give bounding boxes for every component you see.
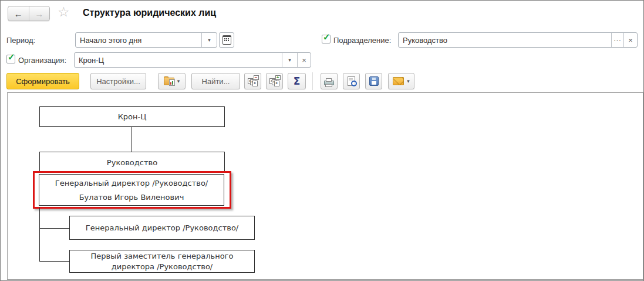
period-calendar-button[interactable]	[219, 32, 234, 48]
expand-groups-button[interactable]: а б в +	[266, 73, 283, 89]
organization-dropdown-button[interactable]: ▾	[282, 53, 297, 67]
collapse-groups-button[interactable]: а б в −	[244, 73, 261, 89]
sigma-icon: Σ	[294, 75, 301, 87]
employee-name-line: Булатов Игорь Виленович	[39, 193, 224, 202]
minus-icon: −	[254, 75, 259, 80]
find-button[interactable]: Найти...	[191, 73, 240, 89]
connector-line	[39, 228, 69, 229]
organization-label: Организация:	[18, 56, 66, 65]
checkmark-icon: ✓	[8, 52, 15, 62]
back-arrow-icon: ←	[14, 9, 23, 19]
position-node[interactable]: Генеральный директор /Руководство/	[69, 216, 255, 240]
org-node[interactable]: Крон-Ц	[39, 106, 225, 127]
department-input[interactable]	[399, 33, 611, 47]
connector-line	[39, 208, 40, 261]
department-node[interactable]: Руководство	[39, 152, 225, 173]
app-window: ← → ☆ Структура юридических лиц Период: …	[0, 0, 644, 281]
ellipsis-icon: ...	[613, 35, 621, 43]
forward-arrow-icon: →	[35, 9, 43, 19]
report-variants-button[interactable]: ▾	[158, 73, 186, 89]
position-line: Генеральный директор /Руководство/	[39, 179, 224, 188]
department-clear-button[interactable]: ×	[623, 33, 637, 47]
period-field: ▾	[75, 32, 217, 48]
nav-buttons: ← →	[8, 6, 50, 21]
print-preview-button[interactable]	[343, 73, 360, 89]
position-line: Первый заместитель генерального	[91, 251, 234, 262]
department-choose-button[interactable]: ...	[611, 33, 623, 47]
find-button-label: Найти...	[202, 77, 230, 86]
chevron-down-icon: ▾	[208, 37, 211, 43]
floppy-disk-icon	[369, 76, 379, 86]
forward-button[interactable]: →	[29, 6, 50, 21]
preview-magnifier-icon	[348, 76, 355, 86]
generate-button[interactable]: Сформировать	[6, 73, 79, 89]
department-field: ... ×	[398, 32, 638, 48]
department-label: Подразделение:	[333, 36, 391, 45]
organization-checkbox[interactable]: ✓	[6, 55, 15, 63]
organization-input[interactable]	[75, 53, 282, 67]
period-dropdown-button[interactable]: ▾	[201, 33, 217, 47]
position-line: директора /Руководство/	[112, 262, 213, 272]
chart-page-icon	[169, 79, 175, 86]
connector-line	[39, 261, 69, 262]
generate-button-label: Сформировать	[16, 77, 70, 86]
checkmark-icon: ✓	[323, 32, 331, 42]
chevron-down-icon: ▾	[288, 57, 291, 63]
settings-button[interactable]: Настройки...	[90, 73, 146, 89]
printer-icon	[324, 81, 334, 85]
plus-icon: +	[275, 75, 281, 80]
report-variants-folder-icon	[164, 78, 174, 85]
expand-groups-icon: а б в +	[269, 76, 280, 86]
organization-field: ▾ ×	[74, 52, 311, 68]
envelope-icon	[393, 77, 404, 85]
favorite-star-icon[interactable]: ☆	[58, 4, 70, 20]
print-button[interactable]	[321, 73, 338, 89]
organization-clear-button[interactable]: ×	[297, 53, 311, 67]
selected-employee-node[interactable]: Генеральный директор /Руководство/ Булат…	[39, 174, 224, 206]
position-node[interactable]: Первый заместитель генерального директор…	[69, 250, 255, 273]
chevron-down-icon: ▾	[177, 78, 180, 84]
clear-icon: ×	[628, 36, 633, 45]
connector-line	[132, 127, 132, 152]
clear-icon: ×	[302, 56, 306, 65]
calendar-icon	[222, 35, 231, 45]
totals-button[interactable]: Σ	[288, 73, 306, 89]
collapse-groups-icon: а б в −	[248, 76, 258, 86]
settings-button-label: Настройки...	[96, 77, 140, 86]
page-title: Структура юридических лиц	[83, 8, 216, 18]
period-input[interactable]	[76, 33, 201, 47]
email-button[interactable]: ▾	[388, 73, 414, 89]
back-button[interactable]: ←	[8, 6, 29, 21]
selection-frame: Генеральный директор /Руководство/ Булат…	[33, 171, 231, 209]
department-checkbox[interactable]: ✓	[322, 35, 331, 44]
chevron-down-icon: ▾	[407, 78, 410, 84]
period-label: Период:	[6, 36, 35, 45]
save-button[interactable]	[365, 73, 382, 89]
toolbar-separator	[312, 72, 313, 90]
